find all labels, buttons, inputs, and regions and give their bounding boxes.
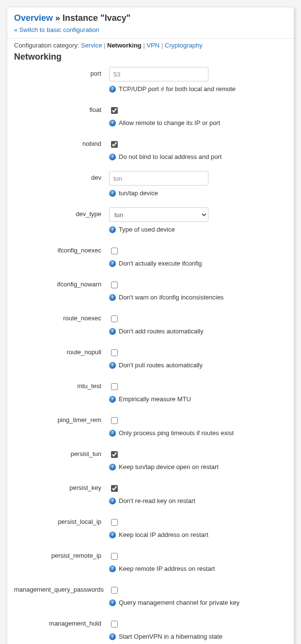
field-management_query_passwords: ?Query management channel for private ke… [109,583,287,606]
category-items: Service | Networking | VPN | Cryptograph… [81,42,203,49]
field-dev_type: tun?Type of used device [109,207,287,233]
field-persist_remote_ip: ?Keep remote IP address on restart [109,549,287,572]
category-sep: | [102,42,107,49]
field-dev: ?tun/tap device [109,171,287,197]
row-mtu_test: mtu_test?Empirically measure MTU [14,379,287,403]
category-label: Configuration category: [14,42,81,49]
row-dev_type: dev_typetun?Type of used device [14,207,287,233]
help-persist_local_ip: ?Keep local IP address on restart [109,531,287,538]
help-icon: ? [109,565,116,572]
help-ifconfig_noexec: ?Don't actually execute ifconfig [109,260,287,267]
input-route_nopull[interactable] [111,349,118,356]
field-port: ?TCP/UDP port # for both local and remot… [109,67,287,93]
label-ifconfig_noexec: ifconfig_noexec [14,244,109,254]
label-route_nopull: route_nopull [14,346,109,356]
row-route_noexec: route_noexec?Don't add routes automatica… [14,312,287,335]
input-ifconfig_nowarn[interactable] [111,282,118,288]
help-icon: ? [109,498,116,504]
field-management_hold: ?Start OpenVPN in a hibernating state [109,617,287,640]
category-active: Networking [107,42,142,49]
help-nobind: ?Do not bind to local address and port [109,153,287,160]
label-float: float [14,103,109,113]
breadcrumb-overview-link[interactable]: Overview [14,13,53,23]
row-float: float?Allow remote to change its IP or p… [14,103,287,126]
help-text-float: Allow remote to change its IP or port [119,119,220,126]
label-persist_tun: persist_tun [14,447,109,457]
label-dev: dev [14,171,109,181]
breadcrumb-current: Instance "Ivacy" [63,13,130,23]
help-mtu_test: ?Empirically measure MTU [109,395,287,403]
input-dev[interactable] [109,171,208,186]
input-dev_type[interactable]: tun [109,207,208,222]
help-text-ifconfig_noexec: Don't actually execute ifconfig [119,260,202,267]
category-link-vpn[interactable]: VPN [146,42,159,49]
help-icon: ? [109,464,116,471]
field-ifconfig_noexec: ?Don't actually execute ifconfig [109,244,287,267]
help-icon: ? [109,633,116,640]
input-port[interactable] [109,67,208,81]
input-nobind[interactable] [111,141,118,148]
field-ifconfig_nowarn: ?Don't warn on ifconfig inconsistencies [109,278,287,301]
label-management_hold: management_hold [14,617,109,627]
help-text-management_query_passwords: Query management channel for private key [119,599,239,606]
help-text-port: TCP/UDP port # for both local and remote [119,85,236,93]
label-port: port [14,67,109,77]
label-route_noexec: route_noexec [14,312,109,322]
help-ping_timer_rem: ?Only process ping timeouts if routes ex… [109,429,287,437]
row-persist_key: persist_key?Don't re-read key on restart [14,481,287,504]
help-text-ping_timer_rem: Only process ping timeouts if routes exi… [119,429,234,437]
row-persist_tun: persist_tun?Keep tun/tap device open on … [14,447,287,471]
help-dev_type: ?Type of used device [109,226,287,233]
category-sep: | [142,42,147,49]
label-persist_key: persist_key [14,481,109,491]
help-icon: ? [109,190,116,197]
input-ifconfig_noexec[interactable] [111,248,118,254]
help-management_query_passwords: ?Query management channel for private ke… [109,599,287,606]
help-icon: ? [109,328,116,335]
field-persist_key: ?Don't re-read key on restart [109,481,287,504]
row-route_nopull: route_nopull?Don't pull routes automatic… [14,346,287,369]
category-link-service[interactable]: Service [81,42,102,49]
help-port: ?TCP/UDP port # for both local and remot… [109,85,287,93]
input-persist_tun[interactable] [111,451,118,458]
input-persist_key[interactable] [111,485,118,492]
input-persist_local_ip[interactable] [111,519,118,526]
input-management_query_passwords[interactable] [111,587,118,594]
help-persist_remote_ip: ?Keep remote IP address on restart [109,565,287,572]
label-persist_local_ip: persist_local_ip [14,515,109,525]
input-ping_timer_rem[interactable] [111,417,118,424]
help-float: ?Allow remote to change its IP or port [109,119,287,126]
help-text-nobind: Do not bind to local address and port [119,153,222,160]
help-text-persist_local_ip: Keep local IP address on restart [119,531,208,538]
switch-basic-link[interactable]: « Switch to basic configuration [14,26,99,33]
input-persist_remote_ip[interactable] [111,553,118,560]
help-icon: ? [109,120,116,126]
row-persist_local_ip: persist_local_ip?Keep local IP address o… [14,515,287,538]
help-icon: ? [109,260,116,267]
row-ping_timer_rem: ping_timer_rem?Only process ping timeout… [14,413,287,437]
help-text-mtu_test: Empirically measure MTU [119,395,191,403]
help-icon: ? [109,362,116,369]
breadcrumb: Overview » Instance "Ivacy" [14,13,287,23]
input-float[interactable] [111,107,118,114]
field-route_noexec: ?Don't add routes automatically [109,312,287,335]
field-route_nopull: ?Don't pull routes automatically [109,346,287,369]
label-dev_type: dev_type [14,207,109,218]
row-ifconfig_noexec: ifconfig_noexec?Don't actually execute i… [14,244,287,267]
category-link-cryptography[interactable]: Cryptography [165,42,203,49]
label-ifconfig_nowarn: ifconfig_nowarn [14,278,109,288]
help-icon: ? [109,86,116,93]
help-icon: ? [109,599,116,606]
input-route_noexec[interactable] [111,315,118,322]
field-ping_timer_rem: ?Only process ping timeouts if routes ex… [109,413,287,437]
input-management_hold[interactable] [111,621,118,628]
field-persist_tun: ?Keep tun/tap device open on restart [109,447,287,471]
input-mtu_test[interactable] [111,383,118,390]
row-nobind: nobind?Do not bind to local address and … [14,137,287,160]
help-text-route_noexec: Don't add routes automatically [119,328,203,335]
row-ifconfig_nowarn: ifconfig_nowarn?Don't warn on ifconfig i… [14,278,287,301]
row-persist_remote_ip: persist_remote_ip?Keep remote IP address… [14,549,287,572]
help-text-dev_type: Type of used device [119,226,175,233]
help-management_hold: ?Start OpenVPN in a hibernating state [109,633,287,640]
help-icon: ? [109,396,116,403]
